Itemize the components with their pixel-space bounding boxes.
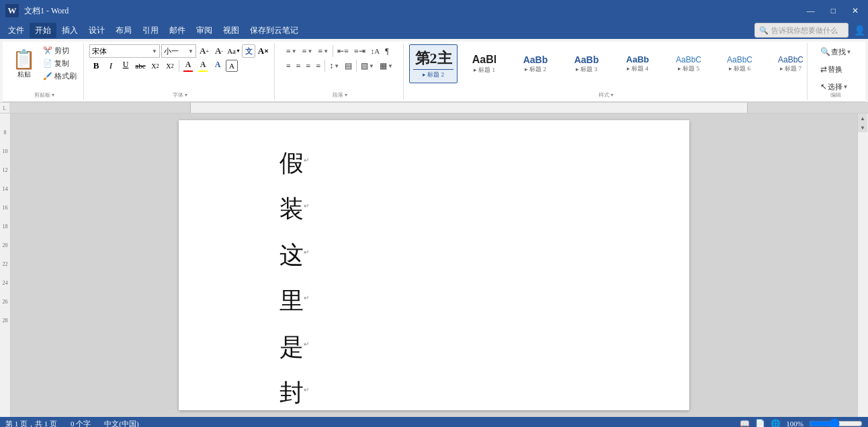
menu-file[interactable]: 文件 [3,23,30,38]
numbering-caret[interactable]: ▼ [308,48,313,54]
multilevel-button[interactable]: ≡ ▼ [316,44,331,58]
scroll-up-button[interactable]: ▲ [858,113,867,123]
style-h6-btn[interactable]: AaBbC ▸ 标题 7 [767,44,803,83]
multilevel-caret[interactable]: ▼ [323,48,329,54]
style-normal-label: ▸ 标题 1 [474,66,495,75]
font-name-field[interactable]: 宋体 ▼ [89,44,160,58]
menu-layout[interactable]: 布局 [110,23,137,38]
search-icon: 🔍 [759,26,769,35]
borders-caret[interactable]: ▼ [388,63,393,69]
strikethrough-button[interactable]: abc [134,59,147,73]
line-6: 封↵ [279,370,309,416]
style-h1b-label: ▸ 标题 2 [525,65,546,74]
underline-button[interactable]: U [119,59,132,73]
style-h4-btn[interactable]: AaBbC ▸ 标题 5 [664,44,713,83]
increase-indent-button[interactable]: ≡⇥ [352,44,367,58]
style-h2-preview: 第2主 [415,48,452,68]
align-center-button[interactable]: ≡ [294,59,303,73]
bullets-icon: ≡ [286,46,291,56]
italic-button[interactable]: I [104,59,118,73]
menu-references[interactable]: 引用 [137,23,164,38]
align-center-icon: ≡ [296,61,301,71]
read-view-button[interactable]: 📖 [740,419,750,428]
line-1: 假↵ [279,140,309,186]
increase-font-btn[interactable]: A+ [198,44,211,58]
line-spacing-caret[interactable]: ▼ [334,63,339,69]
close-button[interactable]: ✕ [848,5,863,17]
line-7: 面↵ [279,416,309,417]
cut-button[interactable]: ✂️ 剪切 [40,44,79,56]
style-normal-btn[interactable]: AaBl ▸ 标题 1 [460,44,509,83]
find-caret[interactable]: ▼ [847,49,852,55]
text-effect-button[interactable]: A [211,59,224,73]
borders-button[interactable]: ▦ ▼ [378,59,395,73]
sort-button[interactable]: ↕A [369,44,382,58]
clear-format-btn[interactable]: A✕ [257,44,270,58]
copy-icon: 📄 [43,59,52,68]
font-controls: 宋体 ▼ 小一 ▼ A+ A- Aa▼ 文 A✕ B I [89,44,270,88]
select-caret[interactable]: ▼ [843,84,849,90]
shading-button[interactable]: ▧ ▼ [359,59,376,73]
font-size-field[interactable]: 小一 ▼ [161,44,196,58]
menu-insert[interactable]: 插入 [56,23,83,38]
columns-button[interactable]: ▤ [343,59,354,73]
style-h2b-preview: AaBb [574,54,599,65]
paragraph-expand-icon[interactable]: ▾ [345,92,347,98]
menu-mailings[interactable]: 邮件 [164,23,191,38]
show-marks-button[interactable]: ¶ [383,44,390,58]
bullets-button[interactable]: ≡ ▼ [284,44,299,58]
shading-caret[interactable]: ▼ [369,63,374,69]
user-icon[interactable]: 👤 [854,25,865,36]
font-color-button[interactable]: A [181,59,195,73]
menu-view[interactable]: 视图 [218,23,245,38]
line-spacing-button[interactable]: ↕ ▼ [327,59,341,73]
align-right-icon: ≡ [306,61,311,71]
paste-button[interactable]: 📋 粘贴 [9,44,38,85]
font-name-caret[interactable]: ▼ [152,48,157,54]
change-case-btn[interactable]: Aa▼ [227,44,241,58]
numbering-button[interactable]: ≡ ▼ [300,44,315,58]
align-left-button[interactable]: ≡ [284,59,293,73]
decrease-indent-button[interactable]: ⇤≡ [335,44,351,58]
menu-cloud-save[interactable]: 保存到云笔记 [245,23,304,38]
style-h5-btn[interactable]: AaBbC ▸ 标题 6 [715,44,764,83]
menu-home[interactable]: 开始 [30,23,56,38]
ruler-corner: L [0,103,9,113]
decrease-font-btn[interactable]: A- [212,44,226,58]
style-heading2-btn[interactable]: 第2主 ▸ 标题 2 [409,44,458,83]
superscript-button[interactable]: X2 [163,59,177,73]
clipboard-expand-icon[interactable]: ▾ [52,92,54,98]
title-bar-controls: — □ ✕ [803,5,863,17]
zoom-slider[interactable] [809,420,863,427]
phonetic-btn[interactable]: 文 [242,44,255,58]
format-painter-button[interactable]: 🖌️ 格式刷 [40,70,79,82]
ribbon-search-box[interactable]: 🔍 告诉我你想要做什么 [754,23,849,38]
scroll-down-button[interactable]: ▼ [858,123,867,132]
web-view-button[interactable]: 🌐 [771,419,781,428]
styles-expand-icon[interactable]: ▾ [611,92,613,98]
menu-review[interactable]: 审阅 [191,23,218,38]
highlight-button[interactable]: A [196,59,210,73]
find-button[interactable]: 🔍 查找 ▼ [818,44,854,59]
document-area[interactable]: 假↵ 装↵ 这↵ 里↵ 是↵ 封↵ 面↵ ↵ ↵ ↵ ↵ [11,113,857,417]
font-size-caret[interactable]: ▼ [188,48,193,54]
page-view-button[interactable]: 📄 [755,419,765,428]
bold-button[interactable]: B [89,59,103,73]
subscript-button[interactable]: X2 [148,59,162,73]
font-expand-icon[interactable]: ▾ [185,92,187,98]
maximize-button[interactable]: □ [827,5,840,17]
page-content[interactable]: 假↵ 装↵ 这↵ 里↵ 是↵ 封↵ 面↵ ↵ ↵ ↵ ↵ [219,140,649,417]
align-right-button[interactable]: ≡ [304,59,313,73]
copy-button[interactable]: 📄 复制 [40,57,79,69]
style-h2b-btn[interactable]: AaBb ▸ 标题 3 [562,44,611,83]
document-text[interactable]: 假↵ 装↵ 这↵ 里↵ 是↵ 封↵ 面↵ ↵ ↵ ↵ ↵ [279,140,309,417]
zoom-level: 100% [786,420,804,427]
menu-design[interactable]: 设计 [83,23,110,38]
style-h1b-btn[interactable]: AaBb ▸ 标题 2 [511,44,560,83]
minimize-button[interactable]: — [803,5,819,17]
border-text-button[interactable]: A [226,60,238,72]
style-h3-btn[interactable]: AaBb ▸ 标题 4 [613,44,662,83]
justify-button[interactable]: ≡ [314,59,322,73]
replace-button[interactable]: ⇄ 替换 [818,62,844,77]
bullets-caret[interactable]: ▼ [292,48,297,54]
